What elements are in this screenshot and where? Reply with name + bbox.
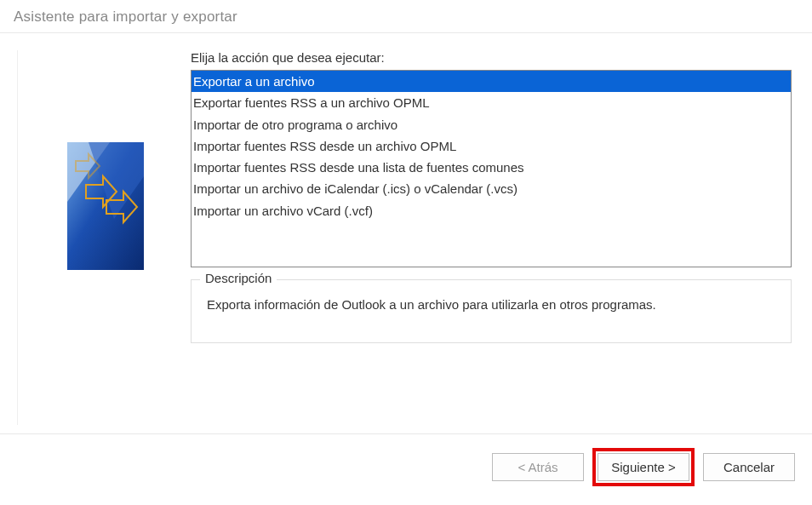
- wizard-title: Asistente para importar y exportar: [0, 0, 812, 32]
- description-text: Exporta información de Outlook a un arch…: [207, 297, 775, 312]
- next-button-highlight: Siguiente >: [592, 448, 695, 486]
- cancel-button[interactable]: Cancelar: [703, 453, 795, 481]
- description-group: Descripción Exporta información de Outlo…: [191, 279, 792, 343]
- action-listbox[interactable]: Exportar a un archivoExportar fuentes RS…: [191, 70, 792, 267]
- wizard-body: Elija la acción que desea ejecutar: Expo…: [0, 33, 812, 433]
- wizard-main: Elija la acción que desea ejecutar: Expo…: [187, 50, 795, 425]
- wizard-footer: < Atrás Siguiente > Cancelar: [0, 433, 812, 500]
- action-list-item[interactable]: Importar un archivo vCard (.vcf): [192, 200, 791, 221]
- action-list-item[interactable]: Importar fuentes RSS desde una lista de …: [192, 157, 791, 178]
- action-list-item[interactable]: Importar fuentes RSS desde un archivo OP…: [192, 135, 791, 157]
- wizard-sidebar: [17, 50, 187, 425]
- description-label: Descripción: [200, 271, 277, 285]
- action-list-item[interactable]: Importar un archivo de iCalendar (.ics) …: [192, 178, 791, 199]
- wizard-art-icon: [67, 142, 144, 270]
- next-button[interactable]: Siguiente >: [598, 453, 689, 481]
- action-list-item[interactable]: Exportar a un archivo: [192, 71, 791, 92]
- action-prompt: Elija la acción que desea ejecutar:: [191, 50, 795, 65]
- back-button[interactable]: < Atrás: [492, 453, 584, 481]
- action-list-item[interactable]: Exportar fuentes RSS a un archivo OPML: [192, 92, 791, 113]
- action-list-item[interactable]: Importar de otro programa o archivo: [192, 114, 791, 135]
